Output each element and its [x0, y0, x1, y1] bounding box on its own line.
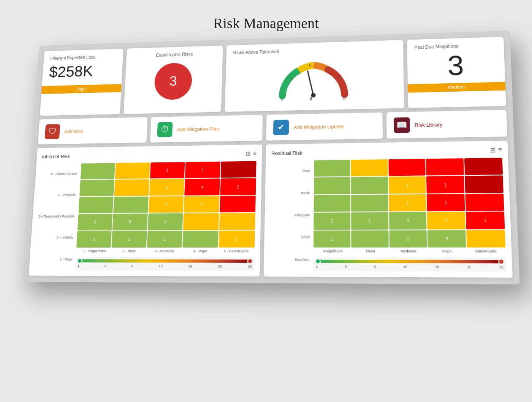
heatmap-cell[interactable]: 1: [466, 211, 505, 229]
inherent-slider[interactable]: 1 3 6 10 16 20 25: [75, 257, 254, 271]
heatmap-cell[interactable]: 2: [314, 212, 350, 229]
inherent-heatmap: 5 - Almost Certain 4 - Probable 3 - Reas…: [34, 161, 256, 271]
svg-line-0: [307, 71, 314, 95]
heatmap-cell[interactable]: 4: [149, 179, 184, 195]
heatmap-cell[interactable]: 1: [389, 176, 426, 193]
y-label-3: 3 - Reasonably Possible: [38, 214, 77, 218]
heatmap-cell[interactable]: 1: [314, 230, 350, 247]
residual-slider[interactable]: 1 3 6 10 16 20 25: [314, 257, 507, 272]
heatmap-cell[interactable]: [314, 160, 350, 177]
heatmap-cell[interactable]: 1: [219, 230, 255, 248]
residual-chart-header: Residual Risk ⊞ ≡: [271, 146, 502, 157]
heatmap-cell[interactable]: 1: [427, 194, 465, 211]
heatmap-cell[interactable]: 4: [389, 212, 426, 229]
heatmap-cell[interactable]: 4: [185, 178, 220, 195]
iel-title: Inherent Expected Loss: [50, 54, 117, 60]
past-due-value: 3: [415, 51, 498, 80]
catastrophic-card: Catastrophic Risks 3: [124, 45, 223, 114]
heatmap-cell[interactable]: 1: [147, 230, 182, 247]
heatmap-cell[interactable]: [466, 230, 505, 247]
add-mitigation-update-icon: ✔: [273, 119, 289, 135]
heatmap-cell[interactable]: [219, 213, 255, 230]
inherent-x-labels: 1 - Insignificant 2 - Minor 3 - Moderate…: [76, 249, 255, 253]
heatmap-cell[interactable]: 1: [185, 161, 220, 178]
heatmap-cell[interactable]: [81, 163, 115, 179]
past-due-card: Past Due Mitigations 3 Medium: [407, 37, 506, 108]
ry-label-poor: Poor: [271, 169, 312, 173]
heatmap-cell[interactable]: 1: [150, 162, 185, 179]
heatmap-cell[interactable]: [464, 157, 503, 175]
rx-label-2: Minor: [352, 249, 390, 253]
rx-label-3: Moderate: [390, 249, 428, 253]
svg-text:6: 6: [309, 64, 311, 67]
heatmap-cell[interactable]: 3: [78, 214, 112, 230]
heatmap-cell[interactable]: 2: [220, 178, 256, 195]
heatmap-cell[interactable]: 3: [147, 213, 183, 230]
heatmap-cell[interactable]: 1: [111, 231, 147, 248]
heatmap-cell[interactable]: 4: [148, 196, 184, 213]
inherent-grid: 11442433833111: [76, 161, 256, 247]
heatmap-cell[interactable]: [351, 230, 388, 247]
residual-y-labels: Poor Basic Adequate Good Excellent: [269, 160, 312, 271]
heatmap-cell[interactable]: 1: [351, 212, 388, 229]
heatmap-cell[interactable]: [114, 179, 149, 196]
past-due-badge: Medium: [408, 82, 505, 92]
risk-library-label: Risk Library: [415, 121, 443, 128]
risk-library-button[interactable]: 📖 Risk Library: [386, 110, 507, 138]
heatmap-cell[interactable]: 3: [428, 230, 466, 247]
inherent-chart-controls[interactable]: ⊞ ≡: [245, 150, 256, 157]
heatmap-cell[interactable]: [221, 161, 256, 178]
heatmap-cell[interactable]: [388, 159, 426, 176]
svg-text:9: 9: [325, 66, 327, 70]
heatmap-cell[interactable]: [351, 194, 388, 211]
inherent-chart-title: Inherent Risk: [42, 153, 70, 159]
menu-icon[interactable]: ≡: [253, 150, 256, 157]
heatmap-cell[interactable]: [79, 180, 114, 196]
heatmap-cell[interactable]: 3: [76, 231, 111, 248]
residual-x-labels: Insignificant Minor Moderate Major Catas…: [314, 249, 506, 253]
heatmap-cell[interactable]: [314, 177, 350, 194]
svg-text:6: 6: [310, 97, 312, 101]
heatmap-cell[interactable]: [78, 197, 113, 213]
table-icon[interactable]: ⊞: [245, 150, 251, 157]
charts-row: Inherent Risk ⊞ ≡ 5 - Almost Certain 4 -…: [28, 140, 513, 277]
heatmap-cell[interactable]: [351, 159, 388, 176]
heatmap-cell[interactable]: 1: [389, 194, 426, 211]
residual-slider-track: [315, 259, 504, 263]
heatmap-cell[interactable]: [220, 195, 255, 212]
past-due-title: Past Due Mitigations: [414, 42, 496, 50]
x-label-3: 3 - Moderate: [147, 249, 182, 253]
heatmap-cell[interactable]: [113, 196, 148, 213]
heatmap-cell[interactable]: [426, 158, 464, 176]
table-icon-2[interactable]: ⊞: [490, 146, 496, 154]
add-mitigation-plan-button[interactable]: ⏱ Add Mitigation Plan: [150, 114, 263, 142]
residual-chart-controls[interactable]: ⊞ ≡: [490, 146, 502, 154]
svg-text:15: 15: [342, 96, 346, 100]
heatmap-cell[interactable]: [314, 195, 350, 212]
iel-value: $258K: [49, 62, 116, 81]
action-row: 🛡 Add Risk ⏱ Add Mitigation Plan ✔ Add M…: [38, 110, 507, 144]
heatmap-cell[interactable]: 3: [427, 212, 466, 229]
svg-text:3: 3: [290, 76, 292, 80]
page-title: Risk Management: [23, 15, 509, 32]
add-mitigation-plan-label: Add Mitigation Plan: [177, 126, 219, 132]
heatmap-cell[interactable]: [466, 193, 504, 211]
heatmap-cell[interactable]: [351, 176, 388, 194]
risk-library-icon: 📖: [394, 117, 410, 133]
heatmap-cell[interactable]: [183, 230, 218, 247]
menu-icon-2[interactable]: ≡: [498, 146, 502, 154]
ry-label-excellent: Excellent: [269, 257, 312, 262]
x-label-5: 5 - Catastrophic: [218, 249, 255, 253]
heatmap-cell[interactable]: 8: [112, 213, 148, 230]
heatmap-cell[interactable]: [115, 162, 150, 179]
heatmap-cell[interactable]: 1: [426, 176, 464, 193]
add-mitigation-update-button[interactable]: ✔ Add Mitigation Update: [266, 112, 382, 140]
heatmap-cell[interactable]: 3: [184, 195, 220, 212]
heatmap-cell[interactable]: [183, 213, 219, 230]
y-label-5: 5 - Almost Certain: [41, 172, 79, 176]
heatmap-cell[interactable]: 1: [389, 230, 427, 248]
heatmap-cell[interactable]: [465, 175, 504, 193]
slider-left-dot: [77, 258, 82, 263]
add-risk-button[interactable]: 🛡 Add Risk: [38, 117, 147, 144]
ry-label-basic: Basic: [271, 191, 312, 195]
